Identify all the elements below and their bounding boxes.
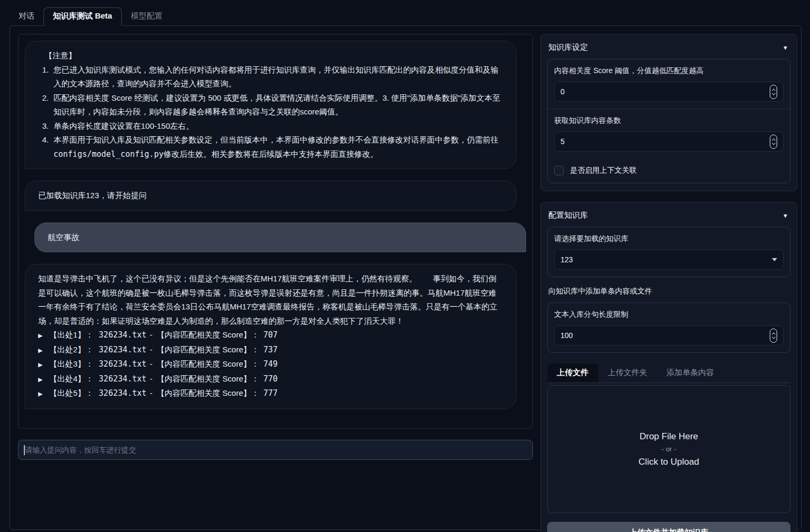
notice-item-number: 3.: [38, 119, 49, 134]
notice-text-segment: 修改后生效。相关参数将在后续版本中支持本界面直接修改。: [164, 149, 378, 158]
context-checkbox[interactable]: [554, 166, 564, 175]
notice-title: 【注意】: [38, 49, 503, 63]
topk-field: 获取知识库内容条数 5: [548, 109, 790, 158]
source-score-label: 【内容匹配相关度 Score】：: [157, 343, 259, 357]
notice-item-number: 4.: [38, 133, 49, 161]
source-row-5[interactable]: ▶ 【出处5】： 326234.txt - 【内容匹配相关度 Score】： 7…: [38, 386, 503, 401]
source-row-3[interactable]: ▶ 【出处3】： 326234.txt - 【内容匹配相关度 Score】： 7…: [38, 357, 503, 372]
top-tab-bar: 对话 知识库测试 Beta 模型配置: [10, 7, 802, 25]
source-separator: -: [150, 386, 153, 401]
topk-input[interactable]: 5: [554, 131, 784, 152]
expand-triangle-icon: ▶: [38, 329, 49, 343]
kb-select-value: 123: [560, 255, 573, 264]
notice-text-segment: 本界面用于知识入库及知识匹配相关参数设定，但当前版本中，本界面中修改的参数并不会…: [54, 135, 499, 144]
source-score-value: 770: [263, 372, 278, 386]
kb-config-accordion-header[interactable]: 配置知识库 ▼: [547, 209, 790, 227]
kb-select-field: 请选择要加载的知识库 123: [548, 227, 790, 277]
notice-item: 3. 单条内容长度建议设置在100-150左右。: [38, 119, 503, 134]
dropdown-caret-icon: [772, 258, 777, 261]
source-row-1[interactable]: ▶ 【出处1】： 326234.txt - 【内容匹配相关度 Score】： 7…: [38, 328, 503, 343]
click-to-upload-text: Click to Upload: [638, 456, 699, 468]
answer-text: 知道是导弹击中飞机了，这个已没有异议；但是这个先例能否在MH17航班空难案件审理…: [38, 272, 503, 328]
tab-model-config[interactable]: 模型配置: [122, 8, 172, 25]
split-length-label: 文本入库分句长度限制: [554, 310, 784, 320]
score-threshold-label: 内容相关度 Score 阈值，分值越低匹配度越高: [554, 66, 784, 76]
score-threshold-field: 内容相关度 Score 阈值，分值越低匹配度越高 0: [548, 59, 790, 109]
source-file: 326234.txt: [99, 372, 146, 386]
kb-select-label: 请选择要加载的知识库: [554, 234, 784, 244]
kb-settings-accordion-header[interactable]: 知识库设定 ▼: [547, 41, 790, 59]
source-file: 326234.txt: [99, 328, 146, 342]
expand-triangle-icon: ▶: [38, 387, 49, 401]
add-content-label: 向知识库中添加单条内容或文件: [548, 287, 789, 296]
chat-column: 【注意】 1. 您已进入知识库测试模式，您输入的任何对话内容都将用于进行知识库查…: [18, 34, 533, 523]
notice-item-text: 本界面用于知识入库及知识匹配相关参数设定，但当前版本中，本界面中修改的参数并不会…: [54, 133, 503, 161]
number-stepper-icon[interactable]: [770, 135, 777, 149]
notice-text-segment: 匹配内容相关度 Score 经测试，建议设置为 500 或更低，具体设置情况请结…: [54, 93, 500, 117]
tab-upload-file[interactable]: 上传文件: [547, 363, 598, 383]
bot-message-loaded: 已加载知识库123，请开始提问: [25, 181, 517, 211]
source-score-value: 749: [263, 357, 278, 371]
source-score-label: 【内容匹配相关度 Score】：: [157, 357, 259, 371]
topk-value: 5: [560, 137, 565, 146]
source-prefix: 【出处2】：: [49, 343, 93, 357]
expand-triangle-icon: ▶: [38, 358, 49, 372]
context-checkbox-label: 是否启用上下文关联: [570, 166, 637, 175]
notice-text-segment: 您已进入知识库测试模式，您输入的任何对话内容都将用于进行知识库查询，并仅输出知识…: [54, 65, 499, 88]
notice-item: 2. 匹配内容相关度 Score 经测试，建议设置为 500 或更低，具体设置情…: [38, 91, 503, 119]
notice-item: 4. 本界面用于知识入库及知识匹配相关参数设定，但当前版本中，本界面中修改的参数…: [38, 133, 503, 161]
or-text: - or -: [662, 443, 676, 456]
source-row-4[interactable]: ▶ 【出处4】： 326234.txt - 【内容匹配相关度 Score】： 7…: [38, 372, 503, 387]
tab-add-single-content[interactable]: 添加单条内容: [657, 363, 724, 383]
settings-column: 知识库设定 ▼ 内容相关度 Score 阈值，分值越低匹配度越高 0 获取知识库…: [540, 34, 797, 523]
notice-item-text: 单条内容长度建议设置在100-150左右。: [54, 119, 503, 134]
collapse-triangle-icon: ▼: [782, 212, 788, 219]
split-length-input[interactable]: 100: [554, 325, 784, 345]
notice-message: 【注意】 1. 您已进入知识库测试模式，您输入的任何对话内容都将用于进行知识库查…: [25, 41, 517, 169]
topk-label: 获取知识库内容条数: [554, 116, 784, 126]
source-file: 326234.txt: [99, 386, 146, 401]
source-separator: -: [150, 328, 153, 342]
source-file: 326234.txt: [99, 357, 146, 371]
kb-select-group: 请选择要加载的知识库 123: [547, 227, 790, 277]
expand-triangle-icon: ▶: [38, 343, 49, 358]
context-checkbox-row: 是否启用上下文关联: [548, 158, 790, 183]
source-score-value: 777: [263, 386, 278, 401]
notice-item-text: 匹配内容相关度 Score 经测试，建议设置为 500 或更低，具体设置情况请结…: [54, 91, 503, 119]
tab-chat[interactable]: 对话: [10, 8, 43, 25]
tab-upload-folder[interactable]: 上传文件夹: [598, 363, 657, 383]
source-row-2[interactable]: ▶ 【出处2】： 326234.txt - 【内容匹配相关度 Score】： 7…: [38, 343, 503, 358]
drop-file-text: Drop File Here: [639, 430, 698, 443]
chatbot-container: 【注意】 1. 您已进入知识库测试模式，您输入的任何对话内容都将用于进行知识库查…: [18, 34, 533, 429]
score-threshold-input[interactable]: 0: [554, 82, 784, 102]
accordion-title: 知识库设定: [548, 42, 588, 52]
accordion-title: 配置知识库: [548, 210, 588, 220]
upload-and-load-kb-button[interactable]: 上传文件并加载知识库: [547, 522, 790, 532]
source-score-label: 【内容匹配相关度 Score】：: [157, 372, 259, 386]
source-prefix: 【出处1】：: [49, 328, 93, 342]
split-length-value: 100: [560, 331, 573, 340]
collapse-triangle-icon: ▼: [782, 45, 788, 51]
chat-input[interactable]: [18, 440, 533, 460]
expand-triangle-icon: ▶: [38, 373, 49, 387]
number-stepper-icon[interactable]: [770, 329, 777, 343]
text-caret: [24, 445, 25, 455]
tab-kb-test[interactable]: 知识库测试 Beta: [43, 7, 122, 26]
split-length-group: 文本入库分句长度限制 100: [547, 303, 790, 353]
kb-config-accordion: 配置知识库 ▼ 请选择要加载的知识库 123 向知识库中添加单条内容或文件 文本…: [540, 202, 797, 532]
source-prefix: 【出处4】：: [49, 372, 93, 386]
notice-item-text: 您已进入知识库测试模式，您输入的任何对话内容都将用于进行知识库查询，并仅输出知识…: [54, 63, 503, 91]
kb-select-dropdown[interactable]: 123: [554, 250, 784, 270]
file-drop-zone[interactable]: Drop File Here - or - Click to Upload: [547, 385, 790, 513]
source-prefix: 【出处3】：: [49, 357, 93, 371]
source-separator: -: [150, 343, 153, 357]
source-score-label: 【内容匹配相关度 Score】：: [157, 386, 259, 401]
source-score-label: 【内容匹配相关度 Score】：: [157, 328, 259, 342]
notice-item: 1. 您已进入知识库测试模式，您输入的任何对话内容都将用于进行知识库查询，并仅输…: [38, 63, 503, 91]
notice-code-segment: configs/model_config.py: [54, 149, 164, 159]
chat-input-wrap: [18, 440, 533, 460]
notice-item-number: 2.: [38, 91, 49, 119]
score-threshold-value: 0: [560, 87, 565, 96]
source-file: 326234.txt: [99, 343, 146, 357]
number-stepper-icon[interactable]: [770, 85, 777, 99]
